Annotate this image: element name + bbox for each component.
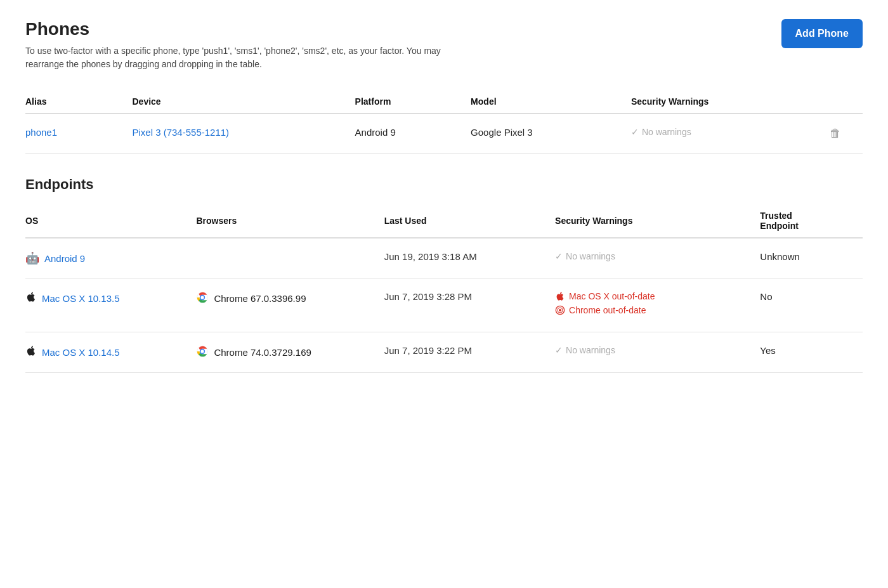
add-phone-button[interactable]: Add Phone bbox=[781, 19, 863, 48]
phone-device-cell: Pixel 3 (734-555-1211) bbox=[133, 114, 355, 154]
phone-alias-cell: phone1 bbox=[25, 114, 133, 154]
apple-icon bbox=[25, 291, 37, 306]
phones-col-device: Device bbox=[133, 90, 355, 114]
endpoint-trusted-cell: Yes bbox=[760, 332, 863, 373]
os-cell-inner: Mac OS X 10.13.5 bbox=[25, 291, 188, 306]
phones-table-row: phone1Pixel 3 (734-555-1211)Android 9Goo… bbox=[25, 114, 863, 154]
ep-col-browsers: Browsers bbox=[196, 204, 384, 238]
svg-point-8 bbox=[201, 350, 204, 353]
phone-model-cell: Google Pixel 3 bbox=[471, 114, 631, 154]
endpoint-trusted-cell: Unknown bbox=[760, 238, 863, 278]
endpoint-lastused-cell: Jun 7, 2019 3:28 PM bbox=[384, 278, 555, 332]
endpoint-os-cell: 🤖Android 9 bbox=[25, 238, 196, 278]
browser-cell-inner: Chrome 74.0.3729.169 bbox=[196, 345, 376, 360]
endpoints-table: OS Browsers Last Used Security Warnings … bbox=[25, 204, 863, 373]
ep-col-trusted: Trusted Endpoint bbox=[760, 204, 863, 238]
android-icon: 🤖 bbox=[25, 251, 39, 265]
phone-action-cell: 🗑 bbox=[827, 114, 863, 154]
browser-name: Chrome 67.0.3396.99 bbox=[214, 293, 306, 304]
endpoint-lastused-cell: Jun 19, 2019 3:18 AM bbox=[384, 238, 555, 278]
warning-text: Chrome out-of-date bbox=[569, 305, 646, 315]
ep-col-security: Security Warnings bbox=[555, 204, 760, 238]
no-warnings-label: ✓ No warnings bbox=[555, 345, 752, 355]
page-description: To use two-factor with a specific phone,… bbox=[25, 44, 469, 71]
phones-section-header: Phones To use two-factor with a specific… bbox=[25, 19, 863, 71]
last-used-text: Jun 7, 2019 3:22 PM bbox=[384, 345, 472, 356]
endpoint-trusted-cell: No bbox=[760, 278, 863, 332]
browser-name: Chrome 74.0.3729.169 bbox=[214, 347, 311, 358]
browser-cell-inner: Chrome 67.0.3396.99 bbox=[196, 291, 376, 306]
warning-text: Mac OS X out-of-date bbox=[569, 291, 655, 301]
endpoint-security-cell: ✓ No warnings bbox=[555, 238, 760, 278]
endpoint-os-link[interactable]: Mac OS X 10.13.5 bbox=[42, 293, 120, 304]
phone-device-link[interactable]: Pixel 3 (734-555-1211) bbox=[133, 127, 230, 138]
apple-icon bbox=[25, 345, 37, 360]
phone-security-cell: ✓ No warnings bbox=[631, 114, 827, 154]
svg-point-2 bbox=[201, 296, 204, 299]
phones-col-model: Model bbox=[471, 90, 631, 114]
phones-col-alias: Alias bbox=[25, 90, 133, 114]
phones-col-action bbox=[827, 90, 863, 114]
endpoint-browser-cell: Chrome 74.0.3729.169 bbox=[196, 332, 384, 373]
phones-col-platform: Platform bbox=[355, 90, 471, 114]
endpoints-table-row: Mac OS X 10.13.5 Chrome 67.0.3396.99Jun … bbox=[25, 278, 863, 332]
phones-header-text: Phones To use two-factor with a specific… bbox=[25, 19, 469, 71]
phones-col-security: Security Warnings bbox=[631, 90, 827, 114]
warning-chrome-icon bbox=[555, 305, 565, 315]
endpoint-os-cell: Mac OS X 10.13.5 bbox=[25, 278, 196, 332]
warning-os-icon bbox=[555, 291, 565, 301]
chrome-icon bbox=[196, 291, 209, 306]
chrome-icon bbox=[196, 345, 209, 360]
endpoints-table-row: 🤖Android 9Jun 19, 2019 3:18 AM✓ No warni… bbox=[25, 238, 863, 278]
os-cell-inner: Mac OS X 10.14.5 bbox=[25, 345, 188, 360]
phones-table: Alias Device Platform Model Security War… bbox=[25, 90, 863, 154]
delete-phone-button[interactable]: 🗑 bbox=[827, 124, 844, 142]
endpoint-os-cell: Mac OS X 10.14.5 bbox=[25, 332, 196, 373]
check-icon: ✓ bbox=[555, 345, 563, 355]
last-used-text: Jun 7, 2019 3:28 PM bbox=[384, 291, 472, 302]
endpoint-browser-cell bbox=[196, 238, 384, 278]
page-title: Phones bbox=[25, 19, 469, 39]
endpoint-browser-cell: Chrome 67.0.3396.99 bbox=[196, 278, 384, 332]
svg-point-4 bbox=[559, 309, 561, 311]
phone-alias-link[interactable]: phone1 bbox=[25, 127, 57, 138]
warning-item: Mac OS X out-of-date bbox=[555, 291, 752, 301]
endpoint-os-link[interactable]: Android 9 bbox=[44, 253, 85, 264]
warning-item: Chrome out-of-date bbox=[555, 305, 752, 315]
endpoints-section-title: Endpoints bbox=[25, 176, 863, 193]
endpoint-os-link[interactable]: Mac OS X 10.14.5 bbox=[42, 347, 120, 358]
endpoints-table-row: Mac OS X 10.14.5 Chrome 74.0.3729.169Jun… bbox=[25, 332, 863, 373]
check-icon: ✓ bbox=[555, 251, 563, 261]
no-warnings-label: ✓ No warnings bbox=[631, 127, 819, 137]
ep-col-lastused: Last Used bbox=[384, 204, 555, 238]
phone-platform-cell: Android 9 bbox=[355, 114, 471, 154]
os-cell-inner: 🤖Android 9 bbox=[25, 251, 188, 265]
endpoint-security-cell: Mac OS X out-of-date Chrome out-of-date bbox=[555, 278, 760, 332]
check-icon: ✓ bbox=[631, 127, 639, 137]
no-warnings-label: ✓ No warnings bbox=[555, 251, 752, 261]
last-used-text: Jun 19, 2019 3:18 AM bbox=[384, 251, 477, 262]
endpoint-lastused-cell: Jun 7, 2019 3:22 PM bbox=[384, 332, 555, 373]
endpoint-security-cell: ✓ No warnings bbox=[555, 332, 760, 373]
ep-col-os: OS bbox=[25, 204, 196, 238]
